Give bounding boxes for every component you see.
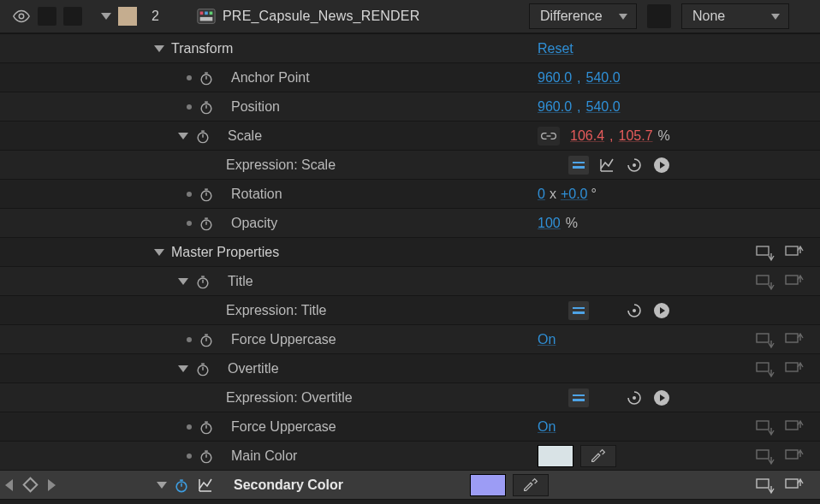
opacity-value[interactable]: 100 xyxy=(538,216,561,231)
pick-whip-icon[interactable] xyxy=(625,301,644,320)
transform-group-row[interactable]: Transform Reset xyxy=(0,34,820,63)
twirl-down-icon[interactable] xyxy=(178,365,188,372)
position-row[interactable]: Position 960.0,540.0 xyxy=(0,92,820,122)
twirl-down-icon[interactable] xyxy=(178,133,188,139)
constrain-proportions-icon[interactable] xyxy=(538,127,560,145)
expression-enable-icon[interactable] xyxy=(568,156,589,175)
push-master-icon[interactable] xyxy=(755,272,775,291)
solo-toggle[interactable] xyxy=(38,7,56,26)
pick-whip-icon[interactable] xyxy=(625,156,644,175)
push-master-icon[interactable] xyxy=(755,330,775,349)
force-upper-value[interactable]: On xyxy=(538,332,556,347)
keyframe-dot-icon[interactable] xyxy=(187,337,192,342)
twirl-down-icon[interactable] xyxy=(157,482,167,489)
pull-master-icon[interactable] xyxy=(784,418,805,436)
rotation-turns[interactable]: 0 xyxy=(538,187,545,202)
twirl-down-icon[interactable] xyxy=(178,278,188,285)
rotation-x: x xyxy=(550,187,556,202)
add-keyframe-icon[interactable] xyxy=(22,477,38,492)
twirl-down-icon[interactable] xyxy=(154,249,164,256)
keyframe-dot-icon[interactable] xyxy=(187,424,192,430)
pick-whip-icon[interactable] xyxy=(625,388,644,407)
overtitle-row[interactable]: Overtitle xyxy=(0,354,820,383)
expression-language-icon[interactable] xyxy=(652,156,671,175)
expression-scale-row[interactable]: Expression: Scale xyxy=(0,151,820,180)
svg-rect-5 xyxy=(200,17,213,21)
rotation-deg[interactable]: +0.0 xyxy=(561,187,588,202)
main-color-swatch[interactable] xyxy=(538,445,573,467)
pull-master-icon[interactable] xyxy=(784,359,805,378)
eyedropper-icon[interactable] xyxy=(580,445,616,467)
push-master-icon[interactable] xyxy=(755,476,775,495)
opacity-row[interactable]: Opacity 100% xyxy=(0,209,820,238)
pull-master-icon[interactable] xyxy=(784,447,805,465)
anchor-point-row[interactable]: Anchor Point 960.0,540.0 xyxy=(0,63,820,92)
twirl-down-icon[interactable] xyxy=(154,45,164,52)
anchor-y[interactable]: 540.0 xyxy=(586,70,621,86)
secondary-color-row[interactable]: Secondary Color xyxy=(0,471,820,500)
anchor-point-label: Anchor Point xyxy=(231,70,310,86)
position-x[interactable]: 960.0 xyxy=(538,99,572,115)
push-master-icon[interactable] xyxy=(755,243,775,262)
keyframe-dot-icon[interactable] xyxy=(187,192,192,197)
position-y[interactable]: 540.0 xyxy=(586,99,621,115)
pull-master-icon[interactable] xyxy=(784,272,805,291)
expression-title-row[interactable]: Expression: Title xyxy=(0,296,820,325)
force-uppercase-row-2[interactable]: Force Uppercase On xyxy=(0,412,820,442)
scale-x[interactable]: 106.4 xyxy=(570,128,604,144)
stopwatch-icon[interactable] xyxy=(195,361,211,377)
track-matte-dropdown[interactable]: None xyxy=(681,3,789,29)
force-upper-value-2[interactable]: On xyxy=(538,419,556,435)
title-row[interactable]: Title xyxy=(0,267,820,296)
master-properties-row[interactable]: Master Properties xyxy=(0,238,820,267)
expression-language-icon[interactable] xyxy=(652,388,671,407)
prev-keyframe-icon[interactable] xyxy=(5,479,13,491)
stopwatch-icon[interactable] xyxy=(199,448,214,464)
keyframe-dot-icon[interactable] xyxy=(187,104,192,110)
stopwatch-icon[interactable] xyxy=(199,216,214,231)
main-color-row[interactable]: Main Color xyxy=(0,442,820,471)
stopwatch-icon[interactable] xyxy=(199,187,214,202)
stopwatch-active-icon[interactable] xyxy=(174,477,189,493)
pull-master-icon[interactable] xyxy=(784,330,805,349)
keyframe-dot-icon[interactable] xyxy=(187,221,192,226)
expression-graph-icon[interactable] xyxy=(597,156,616,175)
graph-editor-icon[interactable] xyxy=(196,476,215,495)
transform-reset[interactable]: Reset xyxy=(538,41,573,56)
stopwatch-icon[interactable] xyxy=(199,99,214,115)
force-uppercase-row[interactable]: Force Uppercase On xyxy=(0,325,820,354)
stopwatch-icon[interactable] xyxy=(195,274,211,289)
pull-master-icon[interactable] xyxy=(784,476,805,495)
blend-mode-dropdown[interactable]: Difference xyxy=(529,3,637,29)
lock-toggle[interactable] xyxy=(63,7,82,26)
secondary-color-swatch[interactable] xyxy=(470,474,506,496)
anchor-x[interactable]: 960.0 xyxy=(538,70,572,86)
stopwatch-icon[interactable] xyxy=(199,70,214,86)
pull-master-icon[interactable] xyxy=(784,243,805,262)
next-keyframe-icon[interactable] xyxy=(48,479,56,491)
push-master-icon[interactable] xyxy=(755,359,775,378)
visibility-eye-icon[interactable] xyxy=(12,7,31,26)
keyframe-dot-icon[interactable] xyxy=(187,454,192,459)
svg-point-9 xyxy=(633,163,636,167)
layer-twirl-icon[interactable] xyxy=(101,13,111,20)
expression-enable-icon[interactable] xyxy=(568,301,589,320)
expression-overtitle-row[interactable]: Expression: Overtitle xyxy=(0,383,820,412)
label-color-chip[interactable] xyxy=(118,7,137,26)
layer-row[interactable]: 2 PRE_Capsule_News_RENDER Difference Non… xyxy=(0,0,820,34)
stopwatch-icon[interactable] xyxy=(199,332,214,347)
rotation-row[interactable]: Rotation 0x+0.0° xyxy=(0,180,820,209)
expression-enable-icon[interactable] xyxy=(568,388,589,407)
stopwatch-icon[interactable] xyxy=(199,419,214,435)
push-master-icon[interactable] xyxy=(755,447,775,465)
eyedropper-icon[interactable] xyxy=(513,474,549,496)
push-master-icon[interactable] xyxy=(755,418,775,436)
expression-language-icon[interactable] xyxy=(652,301,671,320)
preserve-transparency-toggle[interactable] xyxy=(647,4,671,28)
layer-name[interactable]: PRE_Capsule_News_RENDER xyxy=(223,9,419,24)
keyframe-dot-icon[interactable] xyxy=(187,75,192,80)
stopwatch-icon[interactable] xyxy=(195,128,211,144)
svg-rect-1 xyxy=(198,9,215,24)
scale-y[interactable]: 105.7 xyxy=(619,128,653,144)
scale-row[interactable]: Scale 106.4,105.7% xyxy=(0,122,820,151)
